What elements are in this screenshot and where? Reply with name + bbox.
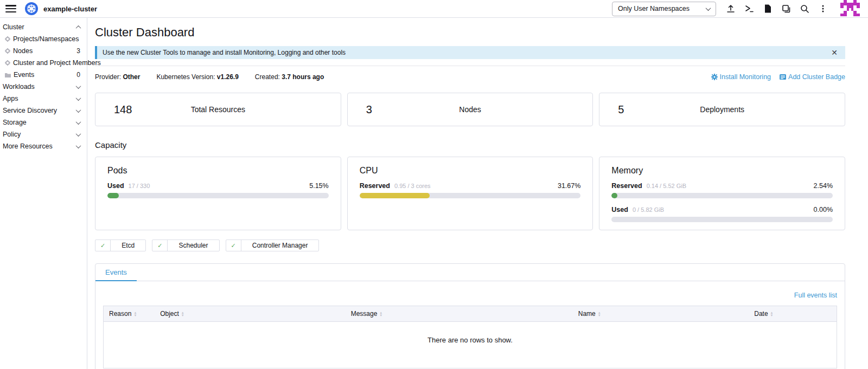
progress-bar-fill	[107, 193, 119, 198]
link-label: Install Monitoring	[720, 73, 771, 81]
column-header-object[interactable]: Object▲▼	[155, 306, 346, 322]
gauge-detail: 17 / 330	[129, 183, 150, 189]
user-avatar[interactable]	[835, 0, 868, 17]
meta-label: Created:	[255, 73, 280, 81]
progress-bar	[360, 193, 581, 198]
top-header: example-cluster Only User Namespaces	[0, 0, 868, 18]
sidebar-group-label: Cluster	[3, 23, 24, 31]
nodes-label: Nodes	[348, 105, 593, 114]
pods-capacity-card: Pods Used 17 / 330 5.15%	[95, 157, 341, 230]
progress-bar-fill	[360, 193, 430, 198]
column-header-name[interactable]: Name▲▼	[573, 306, 749, 322]
gear-icon	[5, 36, 10, 42]
file-icon	[763, 4, 773, 14]
capacity-heading: Capacity	[95, 140, 845, 150]
etcd-status-badge: ✓ Etcd	[95, 239, 146, 251]
created-meta: Created: 3.7 hours ago	[255, 73, 324, 81]
sidebar-group-service-discovery[interactable]: Service Discovery	[0, 105, 87, 116]
capacity-cards-row: Pods Used 17 / 330 5.15% CPU Reserved 0.…	[95, 157, 845, 230]
gauge-detail: 0 / 5.82 GiB	[633, 206, 664, 213]
scheduler-status-badge: ✓ Scheduler	[152, 239, 219, 251]
tab-events[interactable]: Events	[95, 264, 137, 281]
gear-icon	[5, 48, 10, 54]
deployments-card: 5 Deployments	[599, 93, 845, 126]
sidebar-group-apps[interactable]: Apps	[0, 93, 87, 105]
component-status-row: ✓ Etcd ✓ Scheduler ✓ Controller Manager	[95, 239, 845, 251]
card-title: Memory	[611, 166, 833, 176]
install-monitoring-link[interactable]: Install Monitoring	[711, 73, 771, 81]
sort-icon: ▲▼	[598, 312, 601, 317]
sidebar-item-cluster-project-members[interactable]: Cluster and Project Members	[0, 57, 87, 69]
column-label: Date	[754, 310, 768, 318]
meta-label: Kubernetes Version:	[156, 73, 215, 81]
sidebar-item-projects-namespaces[interactable]: Projects/Namespaces	[0, 33, 87, 45]
gauge-labels: Reserved 0.14 / 5.52 GiB 2.54%	[611, 182, 833, 190]
sidebar-group-cluster[interactable]: Cluster	[0, 21, 87, 33]
copy-kubeconfig-button[interactable]	[777, 2, 795, 16]
progress-bar	[611, 217, 833, 222]
meta-value: v1.26.9	[217, 73, 239, 81]
events-count-badge: 0	[76, 71, 80, 79]
controller-manager-status-badge: ✓ Controller Manager	[226, 239, 320, 251]
column-header-date[interactable]: Date▲▼	[749, 306, 837, 322]
sidebar-group-more-resources[interactable]: More Resources	[0, 140, 87, 152]
empty-state-row: There are no rows to show.	[104, 322, 837, 368]
gauge-detail: 0.95 / 3 cores	[394, 183, 431, 189]
card-title: Pods	[107, 166, 329, 176]
check-icon: ✓	[152, 240, 168, 251]
sidebar-item-nodes[interactable]: Nodes 3	[0, 45, 87, 57]
namespace-filter-select[interactable]: Only User Namespaces	[612, 2, 716, 16]
cluster-tools-banner: Use the new Cluster Tools to manage and …	[95, 46, 845, 59]
sidebar-group-label: Policy	[3, 131, 21, 138]
kubectl-shell-button[interactable]	[740, 2, 758, 16]
kubeconfig-file-button[interactable]	[758, 2, 777, 16]
full-events-list-link[interactable]: Full events list	[794, 292, 837, 299]
meta-label: Provider:	[95, 73, 121, 81]
gear-icon	[711, 74, 718, 80]
sort-icon: ▲▼	[181, 312, 184, 317]
progress-bar	[107, 193, 329, 198]
chevron-down-icon	[76, 119, 81, 125]
search-button[interactable]	[795, 2, 814, 16]
chevron-down-icon	[76, 131, 81, 137]
sort-icon: ▲▼	[379, 312, 382, 317]
total-resources-card: 148 Total Resources	[95, 93, 341, 126]
namespace-filter-value: Only User Namespaces	[618, 5, 690, 12]
chevron-down-icon	[706, 5, 711, 11]
column-label: Name	[578, 310, 596, 318]
events-tab-bar: Events	[95, 264, 845, 281]
empty-state-text: There are no rows to show.	[104, 322, 837, 368]
column-header-message[interactable]: Message▲▼	[346, 306, 573, 322]
chevron-down-icon	[76, 83, 81, 89]
gauge-labels: Reserved 0.95 / 3 cores 31.67%	[360, 182, 581, 190]
sidebar-group-policy[interactable]: Policy	[0, 128, 87, 140]
gauge-label: Reserved	[611, 182, 642, 190]
chevron-down-icon	[76, 143, 81, 148]
chevron-down-icon	[76, 107, 81, 113]
sidebar-item-events[interactable]: Events 0	[0, 69, 87, 81]
hamburger-menu-icon[interactable]	[5, 5, 16, 12]
banner-text: Use the new Cluster Tools to manage and …	[103, 49, 346, 56]
column-label: Object	[160, 310, 179, 318]
sidebar-group-workloads[interactable]: Workloads	[0, 81, 87, 93]
gauge-percent: 5.15%	[309, 182, 328, 190]
gauge-percent: 31.67%	[558, 182, 580, 190]
sort-icon: ▲▼	[770, 312, 774, 317]
column-label: Message	[351, 310, 378, 318]
more-options-button[interactable]	[814, 2, 832, 16]
column-header-reason[interactable]: Reason▲▼	[104, 306, 155, 322]
copy-icon	[781, 4, 791, 14]
sidebar-group-label: Workloads	[3, 83, 35, 90]
cluster-meta-row: Provider: Other Kubernetes Version: v1.2…	[95, 73, 845, 81]
main-content: Cluster Dashboard Use the new Cluster To…	[87, 18, 868, 369]
nodes-count-badge: 3	[76, 47, 80, 55]
badge-icon	[780, 74, 786, 80]
terminal-icon	[744, 4, 754, 14]
gauge-label: Reserved	[360, 182, 390, 190]
close-icon[interactable]: ✕	[831, 49, 838, 56]
import-yaml-button[interactable]	[722, 2, 740, 16]
add-cluster-badge-link[interactable]: Add Cluster Badge	[780, 73, 845, 81]
gauge-percent: 2.54%	[814, 182, 833, 190]
sidebar-group-storage[interactable]: Storage	[0, 116, 87, 128]
column-label: Reason	[109, 310, 131, 318]
